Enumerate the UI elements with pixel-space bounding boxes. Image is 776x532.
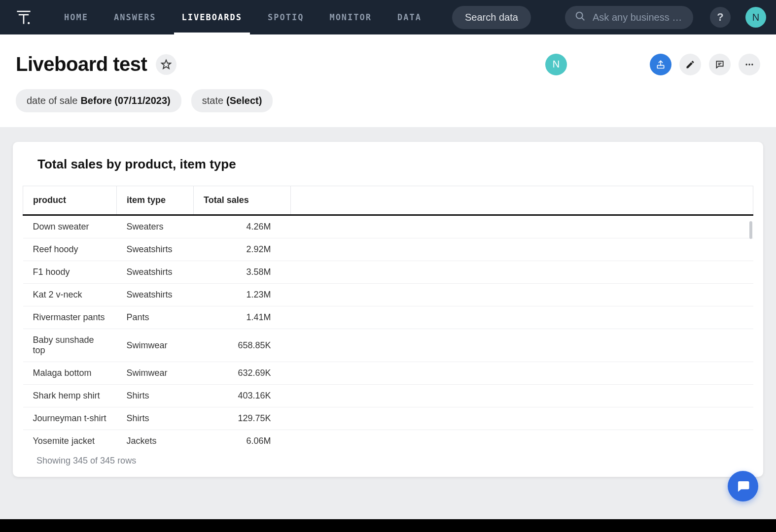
cell-empty (291, 261, 753, 284)
cell-product: Journeyman t-shirt (23, 407, 117, 430)
cell-total-sales: 4.26M (194, 215, 291, 238)
content-area: Total sales by product, item type produc… (0, 127, 776, 523)
cell-item-type: Swimwear (117, 362, 194, 385)
cell-item-type: Swimwear (117, 329, 194, 362)
page-title: Liveboard test (16, 53, 147, 75)
table-scrollbar[interactable] (749, 221, 752, 239)
favorite-button[interactable] (156, 54, 176, 75)
owner-avatar[interactable]: N (545, 54, 567, 75)
share-icon (656, 60, 666, 69)
comment-button[interactable] (709, 54, 731, 75)
col-header-total-sales[interactable]: Total sales (194, 186, 291, 215)
top-nav: HOME ANSWERS LIVEBOARDS SPOTIQ MONITOR D… (0, 0, 776, 34)
cell-empty (291, 362, 753, 385)
cell-total-sales: 658.85K (194, 329, 291, 362)
table-row[interactable]: F1 hoodySweatshirts3.58M (23, 261, 753, 284)
user-avatar[interactable]: N (745, 7, 766, 28)
app-logo[interactable] (14, 7, 34, 27)
pencil-icon (685, 60, 695, 69)
card-title: Total sales by product, item type (13, 157, 763, 186)
svg-point-10 (746, 64, 747, 65)
filter-value: (Select) (226, 95, 262, 106)
table-row[interactable]: Malaga bottomSwimwear632.69K (23, 362, 753, 385)
star-icon (161, 59, 172, 70)
nav-monitor[interactable]: MONITOR (317, 0, 385, 34)
cell-total-sales: 3.58M (194, 261, 291, 284)
cell-product: Yosemite jacket (23, 430, 117, 449)
liveboard-header: Liveboard test N (0, 34, 776, 127)
filter-label: state (202, 95, 223, 106)
cell-total-sales: 6.06M (194, 430, 291, 449)
comment-icon (715, 60, 725, 69)
table-row[interactable]: Down sweaterSweaters4.26M (23, 215, 753, 238)
search-data-button[interactable]: Search data (452, 6, 531, 29)
more-icon (744, 60, 754, 69)
more-button[interactable] (739, 54, 760, 75)
cell-item-type: Sweaters (117, 215, 194, 238)
cell-item-type: Sweatshirts (117, 261, 194, 284)
visualization-card: Total sales by product, item type produc… (13, 142, 763, 477)
table-row[interactable]: Yosemite jacketJackets6.06M (23, 430, 753, 449)
cell-empty (291, 284, 753, 306)
data-table: product item type Total sales Down sweat… (23, 186, 753, 449)
table-row[interactable]: Baby sunshade topSwimwear658.85K (23, 329, 753, 362)
ask-business-question-input[interactable]: Ask any business qu... (565, 6, 693, 29)
col-header-product[interactable]: product (23, 186, 117, 215)
nav-links: HOME ANSWERS LIVEBOARDS SPOTIQ MONITOR D… (51, 0, 434, 34)
filter-label: date of sale (27, 95, 77, 106)
filter-value: Before (07/11/2023) (80, 95, 170, 106)
cell-item-type: Sweatshirts (117, 284, 194, 306)
nav-data[interactable]: DATA (385, 0, 434, 34)
table-row[interactable]: Kat 2 v-neckSweatshirts1.23M (23, 284, 753, 306)
table-row[interactable]: Shark hemp shirtShirts403.16K (23, 385, 753, 407)
nav-spotiq[interactable]: SPOTIQ (255, 0, 317, 34)
svg-point-11 (748, 64, 750, 65)
nav-home[interactable]: HOME (51, 0, 101, 34)
help-button[interactable]: ? (710, 7, 731, 28)
cell-empty (291, 306, 753, 329)
ask-placeholder: Ask any business qu... (593, 12, 683, 23)
cell-total-sales: 632.69K (194, 362, 291, 385)
cell-item-type: Pants (117, 306, 194, 329)
svg-line-5 (582, 17, 585, 20)
cell-empty (291, 407, 753, 430)
cell-product: F1 hoody (23, 261, 117, 284)
edit-button[interactable] (679, 54, 701, 75)
cell-empty (291, 430, 753, 449)
bottom-strip (0, 519, 776, 532)
cell-item-type: Shirts (117, 385, 194, 407)
filter-date-of-sale[interactable]: date of sale Before (07/11/2023) (16, 89, 181, 112)
cell-item-type: Sweatshirts (117, 238, 194, 261)
cell-total-sales: 403.16K (194, 385, 291, 407)
col-header-empty (291, 186, 753, 215)
table-row[interactable]: Rivermaster pantsPants1.41M (23, 306, 753, 329)
nav-liveboards[interactable]: LIVEBOARDS (169, 0, 255, 34)
cell-total-sales: 2.92M (194, 238, 291, 261)
svg-point-4 (576, 12, 583, 18)
nav-answers[interactable]: ANSWERS (101, 0, 169, 34)
cell-item-type: Jackets (117, 430, 194, 449)
cell-product: Malaga bottom (23, 362, 117, 385)
cell-product: Reef hoody (23, 238, 117, 261)
search-icon (575, 11, 586, 24)
cell-item-type: Shirts (117, 407, 194, 430)
table-wrap: product item type Total sales Down sweat… (13, 186, 763, 449)
chat-fab[interactable] (728, 471, 758, 501)
cell-total-sales: 1.41M (194, 306, 291, 329)
share-button[interactable] (650, 54, 671, 75)
col-header-item-type[interactable]: item type (117, 186, 194, 215)
chat-icon (736, 479, 750, 494)
filter-state[interactable]: state (Select) (191, 89, 273, 112)
table-row[interactable]: Journeyman t-shirtShirts129.75K (23, 407, 753, 430)
cell-empty (291, 215, 753, 238)
svg-marker-6 (162, 60, 171, 68)
cell-total-sales: 129.75K (194, 407, 291, 430)
cell-product: Down sweater (23, 215, 117, 238)
cell-empty (291, 329, 753, 362)
cell-total-sales: 1.23M (194, 284, 291, 306)
svg-rect-7 (657, 65, 664, 68)
svg-point-12 (751, 64, 753, 65)
table-row[interactable]: Reef hoodySweatshirts2.92M (23, 238, 753, 261)
cell-product: Baby sunshade top (23, 329, 117, 362)
cell-product: Rivermaster pants (23, 306, 117, 329)
